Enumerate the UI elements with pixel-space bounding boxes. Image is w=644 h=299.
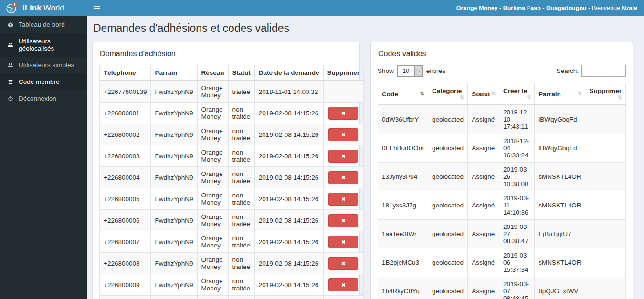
cell-supprimer: ✖	[323, 188, 364, 210]
cell-reseau: Orange Money	[197, 145, 228, 167]
cell-date: 2019-02-08 14:15:26	[254, 124, 323, 145]
delete-row-button[interactable]: ✖	[328, 193, 358, 206]
cell-parrain: FwdhzYphN9	[151, 210, 197, 231]
adhesion-table: Téléphone Parrain Réseau Statut Date de …	[99, 65, 364, 299]
delete-row-button[interactable]: ✖	[328, 236, 358, 248]
cell-categorie: geolocated	[428, 163, 467, 191]
cell-statut: non traitée	[228, 210, 254, 231]
table-row: +226800010 FwdhzYphN9 Orange Money non t…	[100, 296, 364, 299]
sort-icon: ⇅	[618, 94, 622, 101]
cell-date: 2018-11-01 14:00:32	[254, 81, 323, 103]
adhesion-table-body: +22677600139 FwdhzYphN9 Orange Money tra…	[100, 81, 364, 299]
table-row: +226800001 FwdhzYphN9 Orange Money non t…	[100, 103, 364, 124]
column-header-supprimer[interactable]: Supprimer⇅	[585, 83, 626, 105]
delete-row-button[interactable]: ✖	[328, 107, 358, 120]
cell-categorie: geolocated	[428, 220, 467, 248]
sidebar-item-utilisateurs-geolocalises[interactable]: Utilisateurs géolocalisés	[0, 33, 87, 57]
power-icon	[7, 95, 14, 102]
entries-label: entries	[426, 67, 446, 74]
user-info-segment: Ouagadougou	[546, 5, 587, 11]
cell-supprimer: ✖	[323, 145, 364, 167]
cell-parrain: FwdhzYphN9	[151, 103, 197, 124]
cell-statut: Assigné	[468, 277, 499, 299]
table-row: +226800007 FwdhzYphN9 Orange Money non t…	[100, 231, 364, 253]
brand-name-bold: iLink	[22, 3, 42, 12]
codes-panel-title: Codes valides	[378, 50, 626, 58]
cell-statut: Assigné	[468, 248, 499, 277]
cell-date: 2019-02-08 14:15:26	[254, 210, 323, 231]
cell-creer-le: 2019-03-11 14:10:36	[499, 191, 534, 220]
codes-table-body: 0dW36UfbrY geolocated Assigné 2018-12-10…	[378, 105, 626, 299]
table-row: 0FFhBudOOm geolocated Assigné 2018-12-04…	[378, 134, 626, 163]
cell-supprimer: ✖	[323, 231, 364, 253]
cell-supprimer	[585, 248, 626, 277]
cell-statut: Assigné	[468, 105, 499, 134]
delete-row-button[interactable]: ✖	[328, 128, 358, 141]
cell-telephone: +226800008	[100, 253, 151, 274]
sort-icon: ⇅	[527, 94, 530, 101]
sidebar-toggle-button[interactable]	[87, 0, 107, 16]
cell-statut: traitée	[228, 81, 254, 103]
delete-row-button[interactable]: ✖	[328, 278, 358, 291]
cell-parrain: FwdhzYphN9	[151, 296, 197, 299]
column-header-creer-le[interactable]: Créer le⇅	[499, 83, 534, 105]
cell-code: 13Jyny3Pu4	[378, 163, 428, 191]
cell-parrain: sMNSKTL4OR	[535, 191, 585, 220]
column-header-categorie[interactable]: Catégorie⇅	[428, 83, 467, 105]
cell-code: 0dW36UfbrY	[378, 105, 428, 134]
top-bar: $ iLinkWorld Orange Money - Burkina Faso…	[0, 0, 644, 16]
sort-icon: ⇅	[460, 94, 464, 101]
cell-statut: Assigné	[468, 191, 499, 220]
column-header-statut[interactable]: Statut⇅	[468, 83, 499, 105]
column-header-parrain[interactable]: Parrain⇅	[535, 83, 585, 105]
delete-row-button[interactable]: ✖	[328, 150, 358, 163]
table-row: 1aaTee3fWr geolocated Assigné 2019-03-27…	[378, 220, 626, 248]
sidebar-item-deconnexion[interactable]: Déconnexion	[0, 90, 87, 107]
brand-logo[interactable]: $ iLinkWorld	[0, 0, 87, 16]
column-header-reseau: Réseau	[197, 65, 228, 81]
cell-supprimer: ✖	[323, 124, 364, 145]
cell-creer-le: 2018-12-04 16:33:24	[499, 134, 534, 163]
cell-statut: non traitée	[228, 103, 254, 124]
page-size-select[interactable]: 10 ⌄	[397, 65, 423, 77]
page-title: Demandes d'adhésions et codes valides	[93, 22, 633, 35]
cell-date: 2019-02-08 14:15:26	[254, 296, 323, 299]
search-label: Search:	[556, 67, 579, 74]
table-row: +22677600139 FwdhzYphN9 Orange Money tra…	[100, 81, 364, 103]
cell-date: 2019-02-08 14:15:26	[254, 167, 323, 188]
search-input[interactable]	[581, 65, 626, 77]
cell-code: 0FFhBudOOm	[378, 134, 428, 163]
cell-creer-le: 2019-03-27 08:38:47	[499, 220, 534, 248]
column-header-code[interactable]: Code⇅	[378, 83, 428, 105]
user-info-segment: Orange Money	[456, 5, 498, 11]
table-row: 181yxc3J7g geolocated Assigné 2019-03-11…	[378, 191, 626, 220]
cell-code: 1aaTee3fWr	[378, 220, 428, 248]
show-label: Show	[378, 67, 394, 74]
delete-row-button[interactable]: ✖	[328, 257, 358, 270]
delete-row-button[interactable]: ✖	[328, 214, 358, 227]
sidebar-item-tableau-de-bord[interactable]: Tableau de bord	[0, 16, 87, 33]
adhesion-table-header-row: Téléphone Parrain Réseau Statut Date de …	[100, 65, 364, 81]
table-row: +226800005 FwdhzYphN9 Orange Money non t…	[100, 188, 364, 210]
cell-parrain: 8pQJGFxtWV	[535, 277, 585, 299]
delete-row-button[interactable]: ✖	[328, 171, 358, 184]
cell-supprimer	[585, 163, 626, 191]
cell-parrain: lBWqyGbqFd	[535, 105, 585, 134]
sidebar-item-utilisateurs-simples[interactable]: Utilisateurs simples	[0, 57, 87, 73]
cell-parrain: sMNSKTL4OR	[535, 163, 585, 191]
codes-panel: Codes valides Show 10 ⌄ entries Search: …	[370, 42, 633, 299]
sidebar-item-code-membre[interactable]: Code membre	[0, 73, 87, 90]
users-icon	[7, 41, 14, 48]
cell-date: 2019-02-08 14:15:26	[254, 231, 323, 253]
globe-pin-icon: $	[6, 2, 18, 14]
chevron-down-icon: ⌄	[414, 66, 422, 76]
sidebar-item-label: Utilisateurs simples	[19, 62, 74, 69]
cell-telephone: +226800009	[100, 274, 151, 296]
cell-date: 2019-02-08 14:15:26	[254, 253, 323, 274]
database-icon	[7, 79, 14, 85]
cell-creer-le: 2019-03-07 08:48:45	[499, 277, 534, 299]
cell-supprimer: ✖	[323, 103, 364, 124]
cell-telephone: +226800003	[100, 145, 151, 167]
cell-code: 1b4RkyC8Yu	[378, 277, 428, 299]
cell-telephone: +226800010	[100, 296, 151, 299]
